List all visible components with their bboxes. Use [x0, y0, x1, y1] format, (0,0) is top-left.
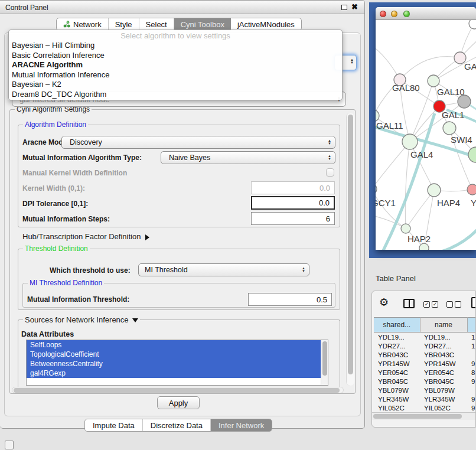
docked-panel-icon[interactable] — [5, 441, 14, 449]
table-cell[interactable]: 12 — [467, 341, 476, 350]
attribute-list-item[interactable]: gal4RGexp — [27, 369, 328, 378]
table-row[interactable]: YLR345WYLR345W9. — [374, 394, 476, 403]
algorithm-option[interactable]: Bayesian – K2 — [9, 80, 342, 90]
table-cell[interactable]: YDL19... — [420, 332, 467, 341]
table-cell[interactable]: 13 — [467, 332, 476, 341]
table-row[interactable]: YER054CYER054C8. — [374, 368, 476, 377]
network-node-swi4[interactable] — [468, 147, 476, 162]
table-cell[interactable] — [467, 386, 476, 394]
network-edge[interactable] — [376, 45, 400, 80]
deselect-checkbox-icon[interactable] — [455, 301, 461, 308]
data-attributes-list[interactable]: SelfLoopsTopologicalCoefficientBetweenne… — [26, 340, 328, 386]
column-header-shared-name[interactable]: shared... — [374, 318, 420, 332]
network-window-titlebar[interactable] — [376, 7, 476, 20]
table-cell[interactable]: YBR045C — [420, 377, 467, 386]
manual-kernel-checkbox[interactable] — [326, 168, 334, 177]
table-row[interactable]: YBL079WYBL079W — [374, 386, 476, 394]
apply-button[interactable]: Apply — [157, 396, 200, 409]
deselect-checkbox-icon[interactable] — [446, 301, 453, 308]
table-cell[interactable]: 9. — [467, 394, 476, 403]
network-node[interactable] — [469, 20, 476, 29]
table-row[interactable]: YBR043CYBR043C — [374, 350, 476, 359]
which-threshold-combo[interactable]: MI Threshold ▲ ▼ — [138, 263, 309, 276]
table-cell[interactable]: YLR345W — [374, 394, 420, 403]
hub-definition-toggle[interactable]: Hub/Transcription Factor Definition — [22, 232, 149, 241]
network-node-y[interactable] — [467, 184, 476, 195]
dpi-tolerance-field[interactable]: 0.0 — [251, 196, 335, 210]
network-node-gal1[interactable] — [443, 122, 456, 135]
close-panel-icon[interactable]: ✖ — [351, 2, 358, 11]
aracne-mode-combo[interactable]: Discovery ▲ ▼ — [61, 136, 335, 149]
select-all-checkbox-icon[interactable]: ✓ — [423, 301, 430, 308]
table-row[interactable]: YDR27...YDR27...12 — [374, 341, 476, 350]
table-cell[interactable]: 9 — [467, 403, 476, 412]
algorithm-option[interactable]: ARACNE Algorithm — [9, 60, 342, 70]
table-horizontal-scrollbar[interactable] — [372, 412, 475, 420]
table-cell[interactable]: YIL052C — [374, 403, 420, 412]
table-cell[interactable]: 8. — [467, 368, 476, 377]
gear-icon[interactable]: ⚙ — [379, 296, 389, 309]
kernel-width-field[interactable]: 0.0 — [251, 181, 335, 194]
table-cell[interactable]: YBL079W — [420, 386, 467, 394]
network-edge[interactable] — [406, 190, 434, 229]
export-table-icon[interactable] — [471, 297, 476, 308]
network-edge[interactable] — [405, 142, 410, 229]
algorithm-option[interactable]: Basic Correlation Inference — [9, 51, 342, 61]
table-cell[interactable]: YBR045C — [374, 377, 420, 386]
network-node[interactable] — [419, 243, 429, 250]
algorithm-option[interactable]: Bayesian – Hill Climbing — [9, 41, 342, 51]
algorithm-option[interactable]: Mutual Information Inference — [9, 70, 342, 80]
network-node-gal11[interactable] — [376, 110, 379, 122]
network-node-hap4[interactable] — [428, 184, 441, 197]
table-row[interactable]: YBR045CYBR045C9. — [374, 377, 476, 386]
settings-vertical-scrollbar[interactable] — [346, 113, 354, 386]
table-row[interactable]: YIL052CYIL052C9 — [374, 403, 476, 412]
float-panel-icon[interactable] — [341, 5, 347, 10]
tab-discretize-data[interactable]: Discretize Data — [143, 419, 211, 431]
network-node-gcy1[interactable] — [376, 184, 377, 194]
table-cell[interactable]: YPR145W — [374, 359, 420, 368]
network-node-gal4[interactable] — [402, 134, 418, 149]
tab-impute-data[interactable]: Impute Data — [85, 419, 143, 431]
window-minimize-button[interactable] — [391, 11, 397, 17]
table-row[interactable]: YDL19...YDL19...13 — [374, 332, 476, 341]
table-cell[interactable]: YER054C — [420, 368, 467, 377]
window-close-button[interactable] — [380, 11, 386, 17]
tab-cyni-toolbox[interactable]: Cyni Toolbox — [174, 18, 231, 30]
mi-threshold-field[interactable]: 0.5 — [248, 293, 332, 306]
table-cell[interactable] — [467, 350, 476, 359]
table-row[interactable]: YPR145WYPR145W9. — [374, 359, 476, 368]
network-node-hap2[interactable] — [401, 224, 410, 233]
mi-type-combo[interactable]: Naive Bayes ▲ ▼ — [161, 151, 335, 164]
table-cell[interactable]: YLR345W — [420, 394, 467, 403]
table-cell[interactable]: YDL19... — [374, 332, 420, 341]
table-cell[interactable]: YBR043C — [374, 350, 420, 359]
table-cell[interactable]: YBL079W — [374, 386, 420, 394]
attribute-list-item[interactable]: BetweennessCentrality — [27, 359, 328, 369]
table-cell[interactable]: YIL052C — [420, 403, 467, 412]
sources-group-title[interactable]: Sources for Network Inference — [23, 315, 140, 324]
tab-network[interactable]: Network — [57, 18, 109, 30]
network-edge[interactable] — [376, 142, 410, 189]
column-header-partial[interactable]: A — [467, 318, 476, 332]
network-node-gal10[interactable] — [428, 75, 439, 87]
list-scrollbar[interactable] — [321, 340, 328, 386]
table-rows-area[interactable]: YDL19...YDL19...13YDR27...YDR27...12YBR0… — [374, 332, 476, 412]
mi-steps-field[interactable]: 6 — [251, 212, 335, 225]
attribute-list-item[interactable]: TopologicalCoefficient — [27, 350, 328, 359]
settings-horizontal-scrollbar[interactable] — [12, 387, 344, 393]
table-cell[interactable]: YPR145W — [420, 359, 467, 368]
column-header-name[interactable]: name — [420, 318, 467, 332]
select-all-checkbox-icon[interactable]: ✓ — [432, 301, 438, 308]
attribute-list-item[interactable]: SelfLoops — [27, 340, 328, 350]
tab-jactivemnodules[interactable]: jActiveMNodules — [231, 18, 301, 30]
algorithm-option[interactable]: Dream8 DC_TDC Algorithm — [9, 90, 342, 100]
table-cell[interactable]: 9. — [467, 377, 476, 386]
table-cell[interactable]: YER054C — [374, 368, 420, 377]
table-cell[interactable]: 9. — [467, 359, 476, 368]
columns-icon[interactable] — [403, 299, 415, 308]
control-panel-titlebar[interactable]: Control Panel ✖ — [0, 1, 364, 14]
tab-select[interactable]: Select — [139, 18, 174, 30]
network-canvas[interactable]: GALGAL80GAL10GAL1SWI4GAL11GAL4GCY1HAP4YH… — [376, 20, 476, 250]
network-window[interactable]: GALGAL80GAL10GAL1SWI4GAL11GAL4GCY1HAP4YH… — [376, 7, 476, 250]
